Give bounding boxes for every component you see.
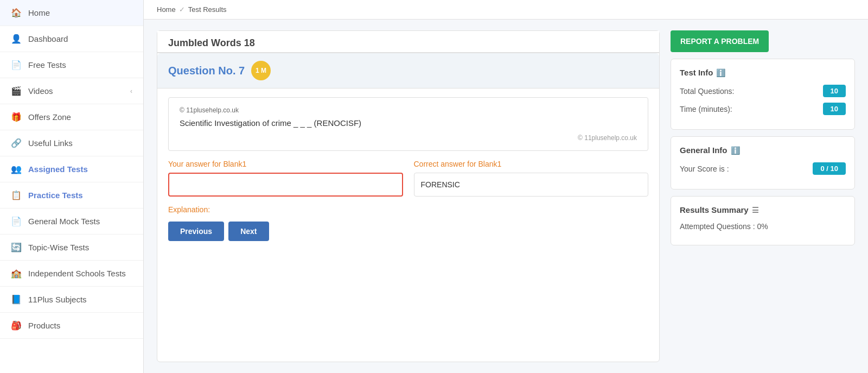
general-info-card: General Info ℹ️ Your Score is : 0 / 10 [671,136,855,189]
attempted-questions-row: Attempted Questions : 0% [680,222,846,231]
sidebar-item-practice-tests[interactable]: 📋 Practice Tests [0,182,143,208]
sidebar-item-dashboard[interactable]: 👤 Dashboard [0,26,143,52]
nav-buttons: Previous Next [157,222,659,241]
answers-row: Your answer for Blank1 Correct answer fo… [157,160,659,197]
sidebar-item-free-tests[interactable]: 📄 Free Tests [0,52,143,78]
sidebar-label-free-tests: Free Tests [28,60,66,69]
next-button[interactable]: Next [228,222,269,241]
sidebar-item-11plus-subjects[interactable]: 📘 11Plus Subjects [0,287,143,313]
question-copyright: © 11plusehelp.co.uk [180,106,637,114]
sidebar-item-home[interactable]: 🏠 Home [0,0,143,26]
subjects-icon: 📘 [11,294,22,305]
independent-schools-icon: 🏫 [11,268,22,279]
breadcrumb-home[interactable]: Home [157,5,176,14]
sidebar-item-independent-schools[interactable]: 🏫 Independent Schools Tests [0,261,143,287]
sidebar-item-assigned-tests[interactable]: 👥 Assigned Tests [0,156,143,182]
question-title-bar: Question No. 7 1 M [157,53,659,88]
dashboard-icon: 👤 [11,34,22,44]
sidebar-label-videos: Videos [28,86,53,96]
your-answer-col: Your answer for Blank1 [168,160,403,197]
test-info-card: Test Info ℹ️ Total Questions: 10 Time (m… [671,59,855,130]
sidebar-label-products: Products [28,321,60,330]
sidebar-label-useful-links: Useful Links [28,138,73,148]
sidebar: 🏠 Home 👤 Dashboard 📄 Free Tests 🎬 Videos… [0,0,144,373]
practice-tests-icon: 📋 [11,190,22,200]
correct-answer-label: Correct answer for Blank1 [414,160,649,168]
general-info-icon: ℹ️ [731,146,740,155]
sidebar-label-topic-wise-tests: Topic-Wise Tests [28,243,89,252]
time-minutes-value: 10 [823,103,846,115]
page-title-text: Jumbled Words 18 [168,37,255,48]
question-copyright-bottom: © 11plusehelp.co.uk [180,134,637,142]
home-icon: 🏠 [11,8,22,18]
breadcrumb: Home ✓ Test Results [144,0,868,20]
results-summary-title: Results Summary ☰ [680,205,846,214]
your-score-label: Your Score is : [680,165,729,173]
products-icon: 🎒 [11,320,22,331]
total-questions-label: Total Questions: [680,87,734,96]
correct-answer-value: FORENSIC [414,173,649,197]
explanation-label: Explanation: [157,205,659,214]
assigned-tests-icon: 👥 [11,164,22,174]
sidebar-label-offers-zone: Offers Zone [28,112,71,122]
right-panel: REPORT A PROBLEM Test Info ℹ️ Total Ques… [671,30,855,362]
free-tests-icon: 📄 [11,60,22,70]
breadcrumb-current: Test Results [188,5,227,14]
question-body: © 11plusehelp.co.uk Scientific Investiga… [168,97,648,151]
time-minutes-label: Time (minutes): [680,105,732,113]
previous-button[interactable]: Previous [168,222,224,241]
time-minutes-row: Time (minutes): 10 [680,103,846,115]
breadcrumb-separator: ✓ [179,5,185,14]
correct-answer-col: Correct answer for Blank1 FORENSIC [414,160,649,197]
your-score-value: 0 / 10 [813,162,846,175]
chevron-icon: ‹ [130,87,132,95]
sidebar-label-dashboard: Dashboard [28,34,68,43]
sidebar-item-products[interactable]: 🎒 Products [0,313,143,339]
results-summary-icon: ☰ [752,206,759,214]
sidebar-label-assigned-tests: Assigned Tests [28,165,88,174]
your-score-row: Your Score is : 0 / 10 [680,162,846,175]
topic-wise-icon: 🔄 [11,242,22,252]
sidebar-label-home: Home [28,8,50,17]
main-area: Home ✓ Test Results Jumbled Words 18 Que… [144,0,868,373]
videos-icon: 🎬 [11,86,22,96]
mark-badge: 1 M [251,61,271,80]
sidebar-item-topic-wise-tests[interactable]: 🔄 Topic-Wise Tests [0,235,143,261]
total-questions-row: Total Questions: 10 [680,85,846,97]
general-mock-icon: 📄 [11,216,22,226]
sidebar-item-offers-zone[interactable]: 🎁 Offers Zone [0,104,143,130]
sidebar-label-11plus-subjects: 11Plus Subjects [28,295,87,304]
question-title: Question No. 7 [168,65,245,77]
useful-links-icon: 🔗 [11,138,22,148]
total-questions-value: 10 [823,85,846,97]
your-answer-input [168,173,403,197]
sidebar-item-useful-links[interactable]: 🔗 Useful Links [0,130,143,156]
question-text: Scientific Investigation of crime _ _ _ … [180,118,637,128]
report-problem-button[interactable]: REPORT A PROBLEM [671,30,769,52]
sidebar-item-videos[interactable]: 🎬 Videos ‹ [0,78,143,104]
offers-icon: 🎁 [11,112,22,122]
question-panel: Jumbled Words 18 Question No. 7 1 M © 11… [157,30,660,362]
test-info-title: Test Info ℹ️ [680,68,846,77]
sidebar-label-general-mock-tests: General Mock Tests [28,217,100,226]
info-icon: ℹ️ [716,68,725,77]
content-area: Jumbled Words 18 Question No. 7 1 M © 11… [144,20,868,373]
page-title: Jumbled Words 18 [157,31,659,53]
general-info-title: General Info ℹ️ [680,146,846,155]
attempted-questions-label: Attempted Questions : 0% [680,222,768,231]
sidebar-label-independent-schools: Independent Schools Tests [28,269,126,278]
your-answer-label: Your answer for Blank1 [168,160,403,168]
sidebar-item-general-mock-tests[interactable]: 📄 General Mock Tests [0,208,143,235]
results-summary-card: Results Summary ☰ Attempted Questions : … [671,196,855,245]
sidebar-label-practice-tests: Practice Tests [28,191,83,200]
